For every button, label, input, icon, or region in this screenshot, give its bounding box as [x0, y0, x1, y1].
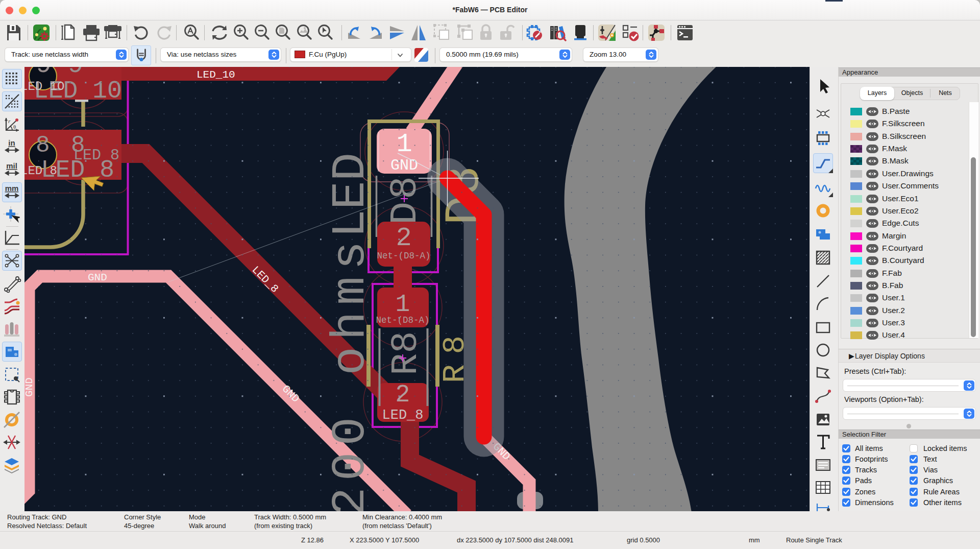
svg-text:θ: θ	[13, 124, 16, 130]
svg-text:mil: mil	[6, 161, 17, 170]
svg-text:r: r	[8, 118, 11, 124]
svg-text:in: in	[8, 138, 15, 147]
svg-text:mm: mm	[5, 184, 19, 193]
